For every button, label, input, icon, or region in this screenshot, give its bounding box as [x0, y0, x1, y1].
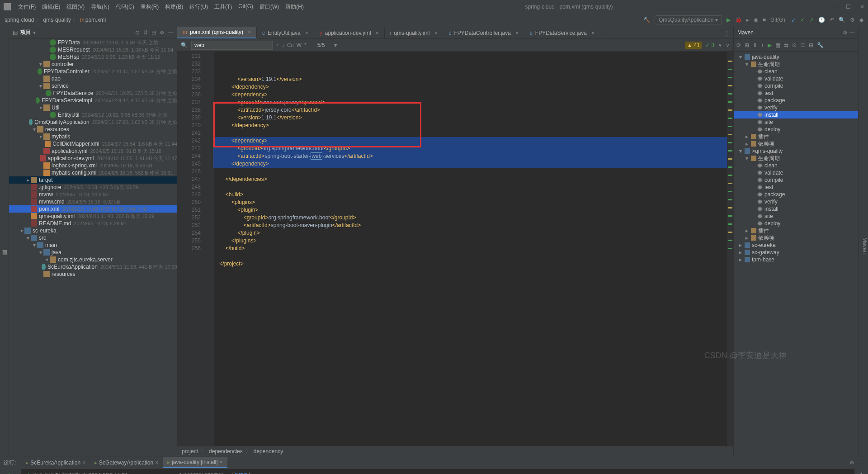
menu-item[interactable]: 帮助(H): [283, 2, 307, 12]
skip-tests-icon[interactable]: ⊘: [792, 42, 797, 48]
maven-tree-item[interactable]: test: [734, 90, 858, 97]
menu-item[interactable]: 代码(C): [113, 2, 137, 12]
regex-toggle[interactable]: *: [304, 42, 307, 48]
menu-item[interactable]: 编辑(E): [39, 2, 63, 12]
tree-item[interactable]: ▾service: [9, 82, 177, 90]
tree-item[interactable]: FPYDataService2024/6/11 18:25, 173 B 36 …: [9, 90, 177, 97]
project-tree[interactable]: FPYData2024/6/12 11:03, 1.6 kB 今天 之前MESR…: [9, 39, 177, 456]
maven-tree-item[interactable]: test: [734, 184, 858, 191]
coverage-icon[interactable]: ▸: [746, 17, 749, 23]
maven-tree-item[interactable]: ▾>qms-quality: [734, 147, 858, 155]
run-config-selector[interactable]: QmsQualityApplication ▾: [655, 15, 722, 24]
ai-icon[interactable]: ◆: [859, 17, 863, 23]
menu-item[interactable]: 运行(U): [187, 2, 211, 12]
profile-icon[interactable]: ◉: [754, 17, 758, 23]
whole-word-toggle[interactable]: W: [297, 42, 302, 48]
settings-icon[interactable]: ⚙: [850, 17, 855, 23]
editor-tab[interactable]: cFPYDataController.java×: [443, 28, 524, 38]
breadcrumb-file[interactable]: pom.xml: [85, 17, 106, 23]
passed-badge[interactable]: ✓ 3: [705, 42, 714, 48]
tree-item[interactable]: CellDictMapper.xml2024/6/7 15:54, 1.6 kB…: [9, 140, 177, 147]
crumb-dep[interactable]: dependency: [254, 448, 283, 455]
tree-item[interactable]: ▾src: [9, 234, 177, 242]
tree-item[interactable]: ▾main: [9, 242, 177, 249]
run-tab[interactable]: ▸ScEurekaApplication×: [21, 457, 90, 468]
build-icon[interactable]: 🔨: [643, 17, 650, 23]
gear-icon[interactable]: ⚙: [849, 460, 854, 466]
tree-item[interactable]: application.yml2024/6/5 16:18, 91 B 昨天 1…: [9, 147, 177, 155]
menu-item[interactable]: 导航(N): [88, 2, 112, 12]
up-icon[interactable]: ∧: [718, 42, 722, 48]
run-tab[interactable]: ▸ScGatewayApplication×: [90, 457, 163, 468]
tree-item[interactable]: qms-quality.iml2024/6/11 11:43, 202 B 昨天…: [9, 213, 177, 220]
maven-tree-item[interactable]: clean: [734, 162, 858, 169]
menu-item[interactable]: 构建(B): [162, 2, 186, 12]
menu-item[interactable]: Git(G): [236, 2, 256, 12]
tree-item[interactable]: ScEurekaApplication2024/5/21 11:08, 441 …: [9, 263, 177, 270]
reload-icon[interactable]: ⟳: [736, 42, 741, 48]
maven-tree-item[interactable]: ▾生命周期: [734, 61, 858, 68]
tree-item[interactable]: logback-spring.xml2024/6/5 16:18, 6.54 k…: [9, 162, 177, 169]
close-icon[interactable]: ✕: [860, 4, 864, 10]
more-tabs-icon[interactable]: ⋮: [721, 28, 733, 38]
stop-icon[interactable]: ■: [763, 17, 766, 23]
maven-tree-item[interactable]: clean: [734, 68, 858, 75]
maven-tree-item[interactable]: ▾生命周期: [734, 155, 858, 162]
git-history-icon[interactable]: 🕐: [818, 17, 825, 23]
git-push-icon[interactable]: ↗: [809, 17, 814, 23]
expand-icon[interactable]: ⇵: [143, 29, 148, 36]
maven-tree-item[interactable]: compile: [734, 176, 858, 184]
editor-tab[interactable]: mpom.xml (qms-quality)×: [177, 27, 257, 38]
maven-tree-item[interactable]: validate: [734, 75, 858, 82]
maven-tree-item[interactable]: ▸插件: [734, 133, 858, 140]
hide-icon[interactable]: —: [859, 460, 864, 466]
filter-icon[interactable]: ▼: [333, 42, 338, 48]
tree-item[interactable]: FPYDataServiceImpl2024/6/12 9:42, 4.15 k…: [9, 97, 177, 104]
run-icon[interactable]: ▶: [726, 17, 731, 23]
download-icon[interactable]: ⬇: [753, 42, 757, 48]
run-maven-icon[interactable]: ▶: [768, 42, 772, 48]
hide-icon[interactable]: —: [168, 29, 174, 36]
menu-item[interactable]: 窗口(W): [257, 2, 282, 12]
maven-tool-label[interactable]: Maven: [862, 237, 868, 254]
tree-item[interactable]: ▾java: [9, 249, 177, 256]
tree-item[interactable]: pom.xml2024/6/12 11:49, 8.57 kB 38 分钟 之前: [9, 205, 177, 213]
gear-icon[interactable]: ⚙ —: [843, 29, 854, 36]
maven-tree-item[interactable]: validate: [734, 169, 858, 176]
maven-tree[interactable]: ▾java-quality▾生命周期cleanvalidatecompilete…: [734, 52, 858, 456]
tree-item[interactable]: ▾controller: [9, 61, 177, 68]
maven-tree-item[interactable]: verify: [734, 198, 858, 205]
maven-tree-item[interactable]: package: [734, 191, 858, 198]
add-icon[interactable]: +: [761, 42, 764, 48]
collapse-icon[interactable]: ⊟: [151, 29, 156, 36]
tree-item[interactable]: MESRequest2024/6/11 16:26, 1.08 kB 今天 11…: [9, 46, 177, 53]
tree-item[interactable]: FPYData2024/6/12 11:03, 1.6 kB 今天 之前: [9, 39, 177, 46]
git-commit-icon[interactable]: ✓: [800, 17, 805, 23]
maven-tree-item[interactable]: ▸依赖项: [734, 234, 858, 242]
show-deps-icon[interactable]: ☰: [800, 42, 805, 48]
toggle-icon[interactable]: ⇆: [784, 42, 788, 48]
code-editor[interactable]: 2312322332342352362372382392402412422432…: [177, 52, 733, 446]
scroll-end-icon[interactable]: ⬇: [859, 472, 863, 474]
next-match-icon[interactable]: ↓: [282, 42, 284, 48]
tree-item[interactable]: resources: [9, 270, 177, 278]
maven-tree-item[interactable]: compile: [734, 82, 858, 90]
maven-tree-item[interactable]: ▸sc-gateway: [734, 249, 858, 256]
warnings-badge[interactable]: ▲ 41: [685, 42, 702, 49]
tree-item[interactable]: ▾Util: [9, 104, 177, 111]
maven-tree-item[interactable]: package: [734, 97, 858, 104]
tree-item[interactable]: mybatis-config.xml2024/6/5 16:18, 582 B …: [9, 169, 177, 176]
tree-item[interactable]: mvnw.cmd2024/6/5 16:18, 6.92 kB: [9, 198, 177, 205]
tree-item[interactable]: EntityUtil2024/6/12 10:32, 3.98 kB 38 分钟…: [9, 111, 177, 118]
maven-tree-item[interactable]: site: [734, 118, 858, 126]
menu-item[interactable]: 视图(V): [64, 2, 87, 12]
menu-item[interactable]: 文件(F): [15, 2, 38, 12]
maven-settings-icon[interactable]: 🔧: [817, 42, 824, 48]
breadcrumb-module[interactable]: qms-quality: [43, 17, 71, 23]
maven-tree-item[interactable]: deploy: [734, 220, 858, 227]
tree-item[interactable]: ▾com.zjtc.eureka.server: [9, 256, 177, 263]
maven-tree-item[interactable]: install: [734, 205, 858, 213]
tree-item[interactable]: QmsQualityApplication2024/6/11 17:08, 1.…: [9, 118, 177, 126]
tree-item[interactable]: FPYDataController2024/6/12 10:47, 1.51 k…: [9, 68, 177, 75]
match-case-toggle[interactable]: Cc: [287, 42, 294, 48]
